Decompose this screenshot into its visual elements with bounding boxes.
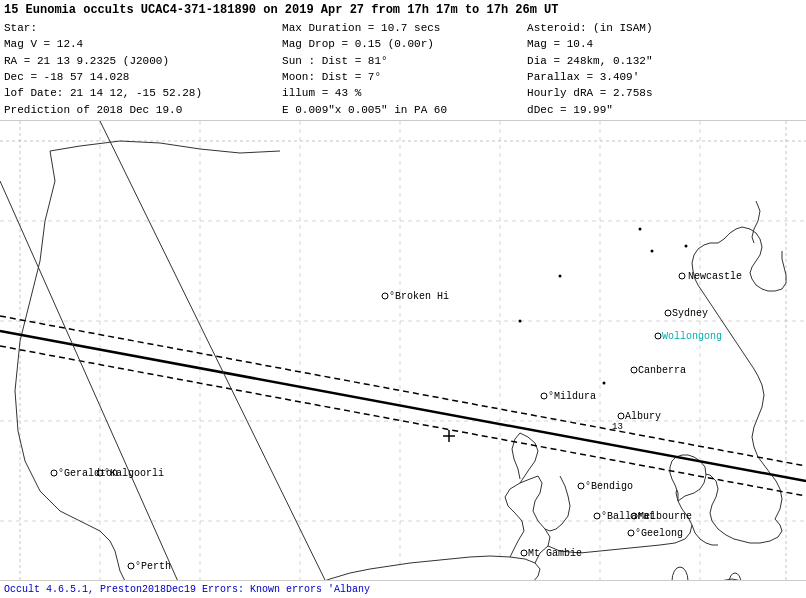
svg-text:Canberra: Canberra — [638, 365, 686, 376]
header: 15 Eunomia occults UCAC4-371-181890 on 2… — [0, 0, 806, 121]
asteroid-label: Asteroid: (in ISAM) — [527, 21, 652, 36]
shadow: E 0.009"x 0.005" in PA 60 — [282, 103, 447, 118]
svg-text:°Geelong: °Geelong — [635, 528, 683, 539]
svg-text:Sydney: Sydney — [672, 308, 708, 319]
footer-text: Occult 4.6.5.1, Preston2018Dec19 Errors:… — [4, 584, 370, 595]
parallax: Parallax = 3.409' — [527, 70, 652, 85]
svg-point-65 — [519, 320, 522, 323]
lof-date: lof Date: 21 14 12, -15 52.28) — [4, 86, 202, 101]
ra: RA = 21 13 9.2325 (J2000) — [4, 54, 202, 69]
map-container: 17 13 Newcastle Sydney Wollongong Canber… — [0, 121, 806, 598]
prediction: Prediction of 2018 Dec 19.0 — [4, 103, 202, 118]
moon-dist: Moon: Dist = 7° — [282, 70, 447, 85]
svg-text:Wollongong: Wollongong — [662, 331, 722, 342]
mag-drop: Mag Drop = 0.15 (0.00r) — [282, 37, 447, 52]
max-duration: Max Duration = 10.7 secs — [282, 21, 447, 36]
footer: Occult 4.6.5.1, Preston2018Dec19 Errors:… — [0, 580, 806, 598]
svg-text:Albury: Albury — [625, 411, 661, 422]
svg-text:°Kalgoorli: °Kalgoorli — [104, 468, 164, 479]
dec: Dec = -18 57 14.028 — [4, 70, 202, 85]
hourly-ra: Hourly dRA = 2.758s — [527, 86, 652, 101]
svg-text:Melbourne: Melbourne — [638, 511, 692, 522]
svg-point-61 — [639, 228, 642, 231]
sun-dist: Sun : Dist = 81° — [282, 54, 447, 69]
illum: illum = 43 % — [282, 86, 447, 101]
svg-text:13: 13 — [612, 422, 623, 432]
svg-text:°Mildura: °Mildura — [548, 391, 596, 402]
page-title: 15 Eunomia occults UCAC4-371-181890 on 2… — [4, 2, 802, 19]
ast-dia: Dia = 248km, 0.132" — [527, 54, 652, 69]
svg-text:°Broken Hi: °Broken Hi — [389, 291, 449, 302]
svg-rect-0 — [0, 121, 806, 598]
map-svg: 17 13 Newcastle Sydney Wollongong Canber… — [0, 121, 806, 598]
svg-text:Mt Gambie: Mt Gambie — [528, 548, 582, 559]
svg-text:°Bendigo: °Bendigo — [585, 481, 633, 492]
svg-text:Newcastle: Newcastle — [688, 271, 742, 282]
svg-point-64 — [559, 275, 562, 278]
svg-point-66 — [603, 382, 606, 385]
mag-v: Mag V = 12.4 — [4, 37, 202, 52]
svg-point-62 — [651, 250, 654, 253]
hourly-dec: dDec = 19.99" — [527, 103, 652, 118]
star-label: Star: — [4, 21, 202, 36]
svg-text:°Perth: °Perth — [135, 561, 171, 572]
svg-point-63 — [685, 245, 688, 248]
ast-mag: Mag = 10.4 — [527, 37, 652, 52]
